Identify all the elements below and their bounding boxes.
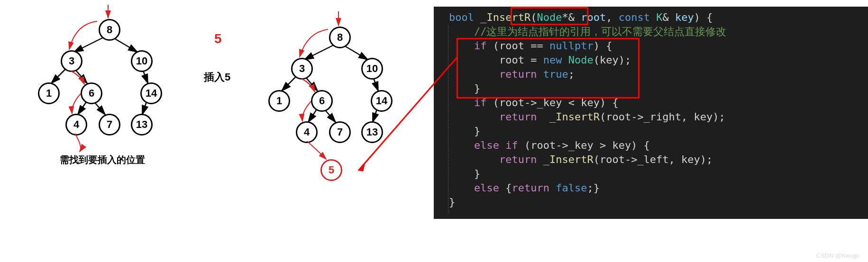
- t2-node-10: 10: [361, 58, 383, 80]
- t2-node-14: 14: [371, 90, 393, 112]
- code-line-4: root = new Node(key);: [434, 53, 868, 67]
- t2-node-1: 1: [268, 90, 290, 112]
- code-line-6: }: [434, 81, 868, 96]
- t1-node-7: 7: [99, 114, 120, 136]
- t2-node-13: 13: [361, 121, 383, 143]
- svg-marker-19: [358, 164, 365, 172]
- code-line-12: }: [434, 167, 868, 181]
- t1-node-10: 10: [131, 50, 153, 72]
- code-line-11: return _InsertR(root->_left, key);: [434, 153, 868, 167]
- t2-node-7: 7: [329, 121, 351, 143]
- code-line-1: bool _InsertR(Node*& root, const K& key)…: [434, 10, 868, 25]
- svg-line-0: [74, 37, 104, 52]
- insert-value-label: 5: [214, 31, 222, 46]
- code-line-5: return true;: [434, 67, 868, 81]
- t2-node-8: 8: [329, 27, 351, 48]
- code-line-10: else if (root->_key > key) {: [434, 138, 868, 153]
- svg-line-2: [51, 68, 66, 83]
- find-position-label: 需找到要插入的位置: [60, 154, 145, 166]
- t2-node-4: 4: [296, 121, 318, 143]
- insert-action-label: 插入5: [204, 70, 230, 84]
- t1-node-1: 1: [38, 82, 60, 104]
- code-line-8: return _InsertR(root->_right, key);: [434, 110, 868, 124]
- t1-node-6: 6: [81, 82, 102, 104]
- t1-node-8: 8: [99, 19, 120, 41]
- code-line-13: else {return false;}: [434, 181, 868, 195]
- code-line-2: //这里为结点指针的引用，可以不需要父结点直接修改: [434, 25, 868, 39]
- svg-line-9: [342, 45, 368, 60]
- code-line-14: }: [434, 195, 868, 209]
- svg-line-1: [112, 37, 137, 52]
- svg-line-8: [304, 45, 335, 60]
- code-line-9: }: [434, 124, 868, 138]
- t1-node-14: 14: [140, 82, 162, 104]
- t2-node-6: 6: [311, 90, 333, 112]
- t1-node-3: 3: [61, 50, 82, 72]
- code-block: bool _InsertR(Node*& root, const K& key)…: [434, 7, 868, 219]
- t2-node-5-inserted: 5: [320, 159, 342, 181]
- t1-node-4: 4: [65, 114, 87, 136]
- svg-line-10: [282, 76, 297, 91]
- canvas: 8 3 10 1 6 14 4 7 13 8 3 10 1 6 14 4 7 1…: [0, 0, 868, 262]
- code-line-3: if (root == nullptr) {: [434, 39, 868, 53]
- t1-node-13: 13: [131, 114, 153, 136]
- t2-node-3: 3: [291, 58, 313, 80]
- code-line-7: if (root->_key < key) {: [434, 96, 868, 110]
- watermark: CSDN @Keugo: [816, 252, 859, 259]
